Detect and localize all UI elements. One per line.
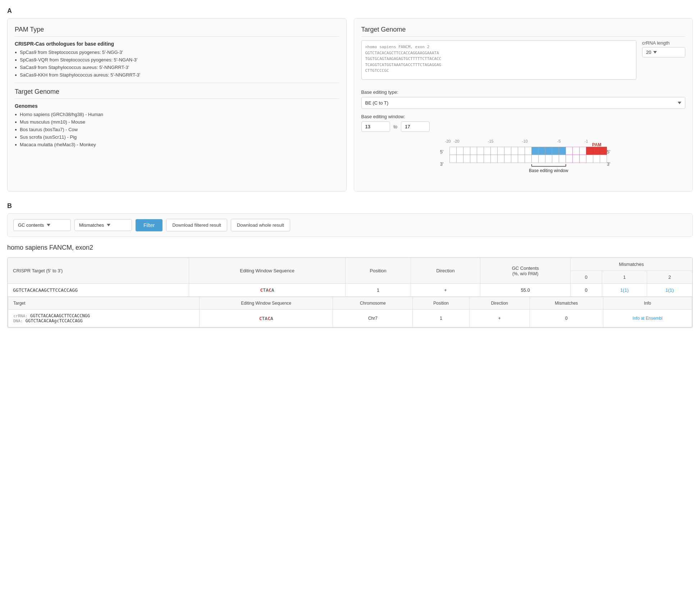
info-ensembl-link[interactable]: Info at Ensembl: [632, 316, 662, 321]
mm0-cell: 0: [571, 284, 602, 297]
pam-subtitle: CRISPR-Cas orthologues for base editing: [15, 41, 339, 47]
section-a-label: A: [7, 7, 693, 15]
svg-text:-5: -5: [557, 139, 561, 143]
svg-text:Base editing window: Base editing window: [529, 168, 568, 173]
th-position: Position: [346, 258, 411, 284]
svg-rect-25: [545, 147, 552, 155]
sub-th-editing-window: Editing Window Sequence: [200, 297, 333, 310]
sub-seq-a: A: [270, 316, 273, 321]
svg-rect-24: [538, 147, 545, 155]
svg-rect-51: [566, 155, 572, 163]
window-row: to: [361, 121, 686, 132]
crna-row: >homo sapiens FANCM, exon 2 GGTCTACACAGC…: [361, 40, 686, 85]
svg-text:-15: -15: [488, 139, 493, 143]
editing-window-seq-cell: CTACA: [189, 284, 346, 297]
svg-rect-18: [497, 147, 504, 155]
crna-length-select[interactable]: 20: [642, 47, 685, 57]
svg-rect-52: [572, 155, 579, 163]
sub-direction-cell: +: [469, 310, 530, 327]
direction-cell: +: [411, 284, 480, 297]
sub-th-chromosome: Chromosome: [333, 297, 413, 310]
svg-text:-1: -1: [584, 139, 588, 143]
pam-items-list: SpCas9 from Streptococcus pyogenes: 5'-N…: [15, 50, 339, 78]
svg-text:PAM: PAM: [592, 142, 601, 147]
crispr-target-value: GGTCTACACAAGCTTCCACCAGG: [13, 287, 78, 293]
window-label: Base editing window:: [361, 114, 686, 119]
th-direction: Direction: [411, 258, 480, 284]
svg-rect-14: [470, 147, 477, 155]
base-editing-diagram: 5' 3' -20 -20 -15 -10 -5: [361, 136, 686, 184]
svg-rect-50: [559, 155, 566, 163]
crna-dropdown-icon: [653, 51, 657, 54]
svg-text:-20: -20: [445, 139, 450, 143]
pam-item-1: SpCas9 from Streptococcus pyogenes: 5'-N…: [15, 50, 339, 55]
pam-item-4: SaCas9-KKH from Staphylococcus aureus: 5…: [15, 72, 339, 78]
th-mm2: 2: [647, 271, 692, 284]
sequence-input[interactable]: >homo sapiens FANCM, exon 2 GGTCTACACAGC…: [361, 40, 637, 80]
mm2-link[interactable]: 1(1): [665, 287, 674, 293]
svg-rect-15: [477, 147, 484, 155]
sub-info-cell: Info at Ensembl: [603, 310, 692, 327]
svg-text:-20: -20: [453, 139, 459, 143]
svg-rect-54: [586, 155, 593, 163]
svg-rect-53: [579, 155, 586, 163]
mm1-link[interactable]: 1(1): [620, 287, 628, 293]
section-b-label: B: [7, 202, 693, 210]
base-editing-dropdown-icon: [678, 102, 681, 104]
sub-target-cell: crRNA: GGTCTACACAAGCTTCCACCNGG DNA: GGTC…: [8, 310, 200, 327]
base-editing-select[interactable]: BE (C to T): [361, 97, 686, 109]
svg-rect-37: [470, 155, 477, 163]
svg-rect-48: [545, 155, 552, 163]
th-mm0: 0: [571, 271, 602, 284]
sub-position-cell: 1: [413, 310, 470, 327]
genome-item-1: Homo sapiens (GRCh38/hg38) - Human: [15, 112, 339, 117]
base-editing-value: BE (C to T): [365, 100, 389, 106]
pam-type-title: PAM Type: [15, 26, 339, 37]
svg-rect-12: [456, 147, 463, 155]
crna-length-label: crRNA length: [642, 40, 685, 46]
results-table-wrapper: CRISPR Target (5' to 3') Editing Window …: [7, 257, 693, 328]
sub-editing-seq: CTACA: [259, 316, 273, 321]
svg-rect-16: [484, 147, 490, 155]
th-crispr-target: CRISPR Target (5' to 3'): [8, 258, 189, 284]
right-panel: Target Genome >homo sapiens FANCM, exon …: [354, 18, 693, 191]
filter-bar: GC contents Mismatches Filter Download f…: [7, 213, 693, 237]
svg-rect-20: [511, 147, 518, 155]
svg-rect-49: [552, 155, 559, 163]
crna-label: crRNA:: [13, 314, 28, 318]
svg-rect-31: [586, 147, 593, 155]
sub-mismatches-cell: 0: [530, 310, 603, 327]
download-filtered-button[interactable]: Download filtered result: [166, 219, 227, 231]
sub-table-header-row: Target Editing Window Sequence Chromosom…: [8, 297, 692, 310]
svg-rect-34: [449, 155, 456, 163]
svg-rect-32: [593, 147, 600, 155]
editing-seq: CTACA: [260, 287, 274, 293]
window-to-input[interactable]: [401, 121, 430, 132]
mismatches-dropdown-icon: [107, 224, 110, 226]
svg-rect-38: [477, 155, 484, 163]
seq-ta: TA: [263, 287, 269, 293]
seq-c2: C: [269, 287, 271, 293]
crna-seq: GGTCTACACAAGCTTCCACCNGG: [30, 313, 90, 318]
sub-table-row: crRNA: GGTCTACACAAGCTTCCACCNGG DNA: GGTC…: [8, 310, 692, 327]
svg-rect-46: [531, 155, 538, 163]
sub-results-table: Target Editing Window Sequence Chromosom…: [8, 297, 692, 327]
sub-th-direction: Direction: [469, 297, 530, 310]
filter-button[interactable]: Filter: [136, 219, 163, 231]
part-a-container: PAM Type CRISPR-Cas orthologues for base…: [7, 18, 693, 191]
window-from-input[interactable]: [361, 121, 390, 132]
gc-contents-select[interactable]: GC contents: [13, 219, 71, 231]
sub-th-target: Target: [8, 297, 200, 310]
svg-text:5': 5': [440, 149, 443, 154]
svg-rect-47: [538, 155, 545, 163]
target-genome-title-right: Target Genome: [361, 26, 686, 37]
svg-rect-44: [518, 155, 525, 163]
download-whole-button[interactable]: Download whole result: [231, 219, 290, 231]
sub-th-position: Position: [413, 297, 470, 310]
genome-items-list: Homo sapiens (GRCh38/hg38) - Human Mus m…: [15, 112, 339, 147]
svg-rect-43: [511, 155, 518, 163]
svg-rect-41: [497, 155, 504, 163]
svg-text:5': 5': [607, 149, 610, 154]
mismatches-select[interactable]: Mismatches: [74, 219, 132, 231]
dna-label: DNA:: [13, 319, 23, 323]
